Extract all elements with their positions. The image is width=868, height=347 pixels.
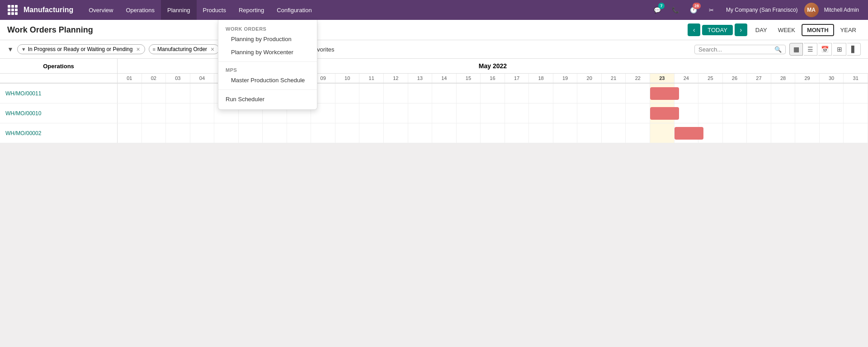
- day-bg-cell: [820, 123, 844, 143]
- nav-configuration[interactable]: Configuration: [270, 0, 318, 20]
- day-bg-cell: [577, 103, 602, 123]
- day-header-01: 01: [118, 74, 142, 83]
- planning-by-workcenter-item[interactable]: Planning by Workcenter: [218, 46, 317, 59]
- view-list-button[interactable]: ☰: [804, 43, 817, 56]
- nav-overview[interactable]: Overview: [82, 0, 119, 20]
- day-header-30: 30: [820, 74, 844, 83]
- day-header-24: 24: [675, 74, 699, 83]
- gantt-bar[interactable]: [650, 87, 679, 100]
- day-bg-cell: [190, 123, 215, 143]
- view-chart-button[interactable]: ▋: [847, 43, 861, 56]
- day-bg-cell: [166, 103, 190, 123]
- day-bg-cell: [118, 103, 142, 123]
- day-bg-cell: [626, 103, 650, 123]
- day-bg-cell: [723, 103, 747, 123]
- day-bg-cell: [602, 84, 626, 103]
- nav-operations[interactable]: Operations: [119, 0, 161, 20]
- period-day[interactable]: DAY: [751, 24, 772, 36]
- day-bg-cell: [408, 103, 433, 123]
- day-bg-cell: [747, 84, 771, 103]
- view-calendar-button[interactable]: 📅: [818, 43, 832, 56]
- apps-grid-icon: [8, 5, 18, 15]
- day-header-28: 28: [771, 74, 796, 83]
- day-bg-cell: [359, 103, 384, 123]
- day-bg-cell: [553, 123, 578, 143]
- period-year[interactable]: YEAR: [836, 24, 861, 36]
- period-week[interactable]: WEEK: [774, 24, 800, 36]
- day-bg-cell: [529, 123, 553, 143]
- day-bg-cell: [118, 84, 142, 103]
- gantt-row-label-WH/MO/00011[interactable]: WH/MO/00011: [0, 84, 118, 103]
- day-bg-cell: [481, 123, 505, 143]
- day-bg-cell: [142, 103, 166, 123]
- settings-button[interactable]: ✂: [703, 2, 720, 18]
- day-bg-cell: [335, 103, 360, 123]
- phone-button[interactable]: 📞: [667, 2, 684, 18]
- day-bg-cell: [263, 123, 287, 143]
- page-title: Work Orders Planning: [7, 25, 93, 35]
- type-filter-close[interactable]: ×: [211, 46, 214, 52]
- gantt-row-label-WH/MO/00010[interactable]: WH/MO/00010: [0, 103, 118, 123]
- day-header-11: 11: [359, 74, 384, 83]
- day-bg-cell: [359, 123, 384, 143]
- gantt-bar[interactable]: [650, 107, 679, 120]
- search-box[interactable]: 🔍: [694, 45, 786, 54]
- apps-menu-button[interactable]: [5, 3, 20, 17]
- gantt-body: WH/MO/00011WH/MO/00010WH/MO/00002: [0, 84, 868, 143]
- messaging-button[interactable]: 💬 7: [649, 2, 665, 18]
- day-bg-cell: [698, 84, 723, 103]
- gantt-label-col-header: Operations: [0, 59, 118, 73]
- day-bg-cell: [505, 123, 529, 143]
- status-filter-chip[interactable]: ▼ In Progress or Ready or Waiting or Pen…: [17, 44, 145, 54]
- calendar-view-icon: 📅: [821, 46, 829, 53]
- day-header-16: 16: [481, 74, 505, 83]
- avatar[interactable]: MA: [804, 3, 819, 17]
- nav-reporting[interactable]: Reporting: [232, 0, 270, 20]
- type-filter-chip[interactable]: ≡ Manufacturing Order ×: [149, 44, 220, 54]
- gantt-bar[interactable]: [675, 127, 703, 140]
- day-bg-cell: [432, 84, 457, 103]
- status-filter-label: In Progress or Ready or Waiting or Pendi…: [28, 46, 133, 52]
- today-button[interactable]: TODAY: [702, 25, 733, 35]
- day-bg-cell: [723, 84, 747, 103]
- chart-view-icon: ▋: [851, 46, 856, 53]
- activity-button[interactable]: 🕐 28: [685, 2, 702, 18]
- day-bg-cell: [602, 103, 626, 123]
- status-filter-close[interactable]: ×: [136, 46, 140, 52]
- nav-planning[interactable]: Planning: [161, 0, 197, 20]
- day-bg-cell: [118, 123, 142, 143]
- day-header-19: 19: [553, 74, 578, 83]
- day-header-23: 23: [650, 74, 675, 83]
- mps-section-label: MPS: [218, 65, 317, 74]
- nav-products[interactable]: Products: [197, 0, 232, 20]
- master-production-schedule-item[interactable]: Master Production Schedule: [218, 74, 317, 87]
- day-bg-cell: [771, 84, 796, 103]
- day-header-25: 25: [698, 74, 723, 83]
- day-bg-cell: [432, 103, 457, 123]
- gantt-row-label-WH/MO/00002[interactable]: WH/MO/00002: [0, 123, 118, 143]
- day-header-14: 14: [432, 74, 457, 83]
- day-header-02: 02: [142, 74, 166, 83]
- day-bg-cell: [190, 84, 215, 103]
- table-view-icon: ⊞: [837, 46, 842, 53]
- search-input[interactable]: [698, 46, 774, 53]
- gantt-wrapper: Operations May 2022 01020304050607080910…: [0, 59, 868, 143]
- day-header-12: 12: [384, 74, 408, 83]
- day-bg-cell: [844, 84, 868, 103]
- period-month[interactable]: MONTH: [802, 24, 834, 36]
- day-header-13: 13: [408, 74, 433, 83]
- day-bg-cell: [408, 123, 433, 143]
- next-period-button[interactable]: ›: [735, 23, 747, 36]
- gantt-days-row: 0102030405060708091011121314151617181920…: [0, 74, 868, 84]
- run-scheduler-item[interactable]: Run Scheduler: [218, 93, 317, 106]
- dropdown-divider-1: [218, 61, 317, 62]
- prev-period-button[interactable]: ‹: [688, 23, 700, 36]
- view-gantt-button[interactable]: ▦: [789, 43, 803, 56]
- gantt-row: WH/MO/00002: [0, 123, 868, 143]
- day-header-27: 27: [747, 74, 771, 83]
- type-filter-label: Manufacturing Order: [157, 46, 207, 52]
- planning-by-production-item[interactable]: Planning by Production: [218, 33, 317, 46]
- day-bg-cell: [577, 84, 602, 103]
- day-header-29: 29: [795, 74, 820, 83]
- view-table-button[interactable]: ⊞: [833, 43, 846, 56]
